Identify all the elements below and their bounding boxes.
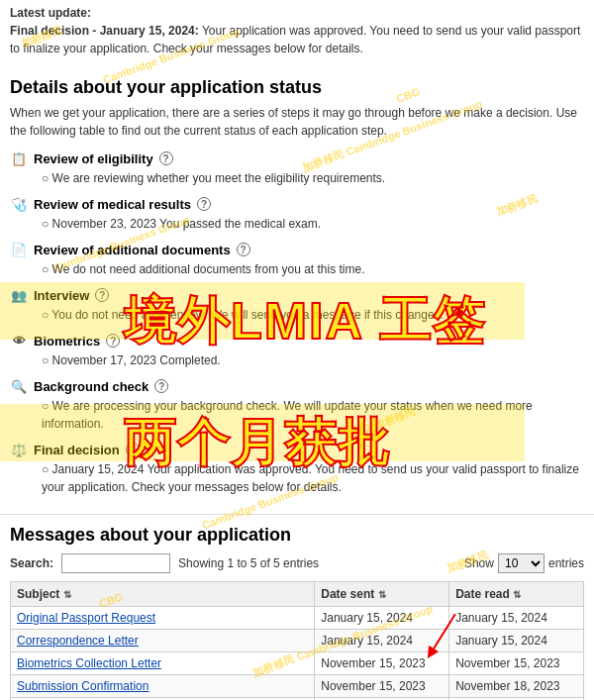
subject-link[interactable]: Biometrics Collection Letter [17, 656, 161, 670]
date-sent-cell: January 15, 2024 [315, 607, 449, 630]
help-icon[interactable]: ? [197, 197, 211, 211]
final-decision-text: Final decision - January 15, 2024: Your … [10, 22, 584, 57]
table-row: Original Passport RequestJanuary 15, 202… [11, 607, 584, 630]
step-icon: 👁 [10, 332, 28, 350]
step-item: 🔍 Background check ? ○ We are processing… [10, 377, 584, 433]
step-label: Background check [34, 379, 148, 394]
date-sent-cell: January 15, 2024 [315, 630, 449, 652]
date-read-cell: January 15, 2024 [449, 607, 584, 630]
details-title: Details about your application status [10, 77, 584, 98]
subject-cell[interactable]: Original Passport Request [11, 607, 315, 630]
subject-link[interactable]: Correspondence Letter [17, 634, 139, 648]
date-read-cell: November 15, 2023 [449, 652, 584, 675]
step-item: 🩺 Review of medical results ? ○ November… [10, 195, 584, 233]
step-detail-text: ○ January 15, 2024 Your application was … [42, 460, 584, 496]
help-icon[interactable]: ? [126, 443, 140, 456]
search-label: Search: [10, 556, 53, 570]
step-item: 📋 Review of eligibility ? ○ We are revie… [10, 150, 584, 187]
step-label: Interview [34, 288, 89, 303]
column-label: Subject [17, 587, 59, 601]
step-detail: ○ You do not need an interview. We will … [10, 306, 584, 324]
step-detail-text: ○ You do not need an interview. We will … [42, 306, 584, 324]
date-sent-cell: November 15, 2023 [315, 652, 449, 675]
sort-icon: ⇅ [378, 589, 386, 600]
entries-label: entries [548, 556, 584, 570]
subject-link[interactable]: Submission Confirmation [17, 679, 148, 693]
latest-update-label: Latest update: [10, 4, 584, 22]
step-label: Review of medical results [34, 197, 191, 212]
step-icon: 📋 [10, 150, 28, 167]
table-row: Biometrics Collection LetterNovember 15,… [11, 652, 584, 675]
step-detail-text: ○ We are reviewing whether you meet the … [42, 169, 584, 187]
step-icon: 🩺 [10, 195, 28, 213]
subject-cell[interactable]: Biometrics Collection Letter [11, 652, 315, 675]
table-row: Correspondence LetterJanuary 15, 2024Jan… [11, 630, 584, 652]
step-label: Final decision [34, 443, 120, 457]
step-detail-text: ○ November 23, 2023 You passed the medic… [42, 215, 584, 233]
details-description: When we get your application, there are … [10, 104, 584, 140]
step-item: 👥 Interview ? ○ You do not need an inter… [10, 286, 584, 324]
step-header: 👁 Biometrics ? [10, 332, 584, 350]
step-icon: 👥 [10, 286, 28, 304]
table-column-header[interactable]: Date read ⇅ [449, 582, 584, 607]
date-read-cell: November 18, 2023 [449, 675, 584, 698]
top-section: Latest update: Final decision - January … [0, 0, 594, 67]
step-header: 📋 Review of eligibility ? [10, 150, 584, 167]
step-header: 🩺 Review of medical results ? [10, 195, 584, 213]
step-detail: ○ January 15, 2024 Your application was … [10, 460, 584, 496]
column-label: Date sent [321, 587, 374, 601]
final-decision-label: Final decision - January 15, 2024: [10, 24, 199, 38]
column-label: Date read [455, 587, 510, 601]
step-header: ⚖️ Final decision ? [10, 441, 584, 458]
subject-link[interactable]: Original Passport Request [17, 611, 155, 625]
subject-cell[interactable]: Submission Confirmation [11, 675, 315, 698]
step-header: 🔍 Background check ? [10, 377, 584, 395]
step-detail-text: ○ We are processing your background chec… [42, 397, 584, 433]
step-item: ⚖️ Final decision ? ○ January 15, 2024 Y… [10, 441, 584, 496]
step-icon: ⚖️ [10, 441, 28, 458]
messages-title: Messages about your application [10, 525, 584, 546]
details-section: Details about your application status Wh… [0, 67, 594, 514]
step-header: 📄 Review of additional documents ? [10, 241, 584, 258]
table-column-header[interactable]: Date sent ⇅ [315, 582, 449, 607]
show-label: Show [464, 556, 494, 570]
step-detail: ○ November 17, 2023 Completed. [10, 351, 584, 369]
steps-container: 📋 Review of eligibility ? ○ We are revie… [10, 150, 584, 496]
step-detail-text: ○ We do not need additional documents fr… [42, 260, 584, 278]
step-label: Review of additional documents [34, 243, 231, 257]
step-item: 📄 Review of additional documents ? ○ We … [10, 241, 584, 278]
help-icon[interactable]: ? [154, 379, 168, 393]
step-detail: ○ We are processing your background chec… [10, 397, 584, 433]
step-detail: ○ We are reviewing whether you meet the … [10, 169, 584, 187]
messages-section: Messages about your application Search: … [0, 514, 594, 700]
step-detail: ○ November 23, 2023 You passed the medic… [10, 215, 584, 233]
table-column-header[interactable]: Subject ⇅ [11, 582, 315, 607]
date-read-cell: January 15, 2024 [449, 630, 584, 652]
subject-cell[interactable]: Correspondence Letter [11, 630, 315, 652]
table-row: Submission ConfirmationNovember 15, 2023… [11, 675, 584, 698]
search-row: Search: Showing 1 to 5 of 5 entries Show… [10, 553, 584, 573]
help-icon[interactable]: ? [237, 243, 250, 256]
step-item: 👁 Biometrics ? ○ November 17, 2023 Compl… [10, 332, 584, 369]
help-icon[interactable]: ? [159, 151, 173, 165]
entries-select[interactable]: 102550100 [498, 553, 544, 573]
step-header: 👥 Interview ? [10, 286, 584, 304]
step-icon: 📄 [10, 241, 28, 258]
step-label: Biometrics [34, 334, 100, 349]
sort-icon: ⇅ [513, 589, 521, 600]
help-icon[interactable]: ? [95, 288, 109, 302]
step-detail: ○ We do not need additional documents fr… [10, 260, 584, 278]
step-detail-text: ○ November 17, 2023 Completed. [42, 351, 584, 369]
sort-icon: ⇅ [63, 589, 71, 600]
entries-info: Showing 1 to 5 of 5 entries [178, 556, 319, 570]
messages-table: Subject ⇅Date sent ⇅Date read ⇅ Original… [10, 581, 584, 700]
step-icon: 🔍 [10, 377, 28, 395]
search-input[interactable] [61, 553, 170, 573]
date-sent-cell: November 15, 2023 [315, 675, 449, 698]
step-label: Review of eligibility [34, 151, 153, 166]
help-icon[interactable]: ? [106, 334, 120, 348]
